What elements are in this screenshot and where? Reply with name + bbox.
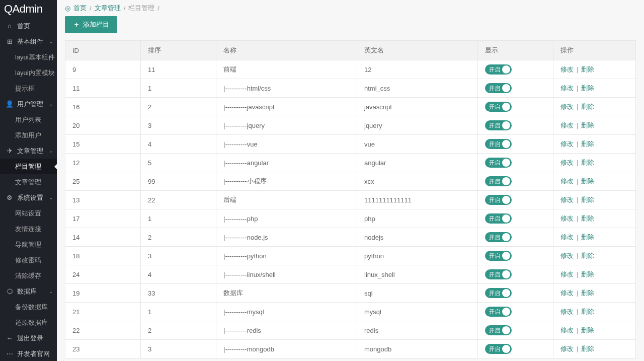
chevron-down-icon: ⌄ [49,101,53,107]
show-toggle[interactable]: 开启 [485,232,512,242]
switch-label: 开启 [489,234,500,241]
edit-link[interactable]: 修改 [560,140,574,148]
nav-home[interactable]: ⌂ 首页 [0,18,57,34]
nav-sub-clear-cache[interactable]: 清除缓存 [0,268,57,283]
nav-system[interactable]: ⚙ 系统设置 ⌄ [0,190,57,205]
cell-sort: 4 [141,265,216,284]
nav-logout[interactable]: ← 退出登录 [0,330,57,346]
delete-link[interactable]: 删除 [581,65,594,73]
nav-sub-nav-manage[interactable]: 导航管理 [0,237,57,252]
delete-link[interactable]: 删除 [581,196,594,203]
delete-link[interactable]: 删除 [581,177,594,185]
show-toggle[interactable]: 开启 [485,325,512,335]
delete-link[interactable]: 删除 [581,140,594,148]
show-toggle[interactable]: 开启 [485,307,512,317]
cell-op: 修改 | 删除 [553,191,636,209]
nav-sub-site-settings[interactable]: 网站设置 [0,205,57,221]
table-row: 11 1 |----------html/css html_css 开启 修改 … [65,79,636,98]
show-toggle[interactable]: 开启 [485,158,512,168]
nav-sub-db-restore[interactable]: 还原数据库 [0,315,57,330]
cell-op: 修改 | 删除 [553,135,636,154]
action-sep: | [577,308,578,315]
add-column-button[interactable]: ＋ 添加栏目 [65,16,117,33]
show-toggle[interactable]: 开启 [485,269,512,279]
edit-link[interactable]: 修改 [560,270,574,278]
switch-knob [502,289,510,297]
edit-link[interactable]: 修改 [560,84,574,92]
nav-sub-layui-builtin[interactable]: layui内置模块 [0,65,57,81]
nav-database[interactable]: ⬡ 数据库 ⌄ [0,283,57,299]
nav-article[interactable]: ✈ 文章管理 ⌄ [0,143,57,159]
show-toggle[interactable]: 开启 [485,195,512,205]
edit-link[interactable]: 修改 [560,196,574,203]
action-sep: | [577,326,578,334]
nav-sub-layui-basic[interactable]: layui基本组件 [0,49,57,65]
cell-op: 修改 | 删除 [553,60,636,79]
cell-id: 14 [65,228,141,247]
delete-link[interactable]: 删除 [581,326,594,334]
nav-sub-friend-links[interactable]: 友情连接 [0,221,57,237]
edit-link[interactable]: 修改 [560,214,574,222]
edit-link[interactable]: 修改 [560,252,574,259]
nav-sub-tips[interactable]: 提示框 [0,81,57,96]
breadcrumb-home[interactable]: 首页 [73,4,87,13]
delete-link[interactable]: 删除 [581,233,594,241]
cell-id: 25 [65,172,141,191]
cell-name: 后端 [216,191,357,209]
show-toggle[interactable]: 开启 [485,120,512,130]
breadcrumb-sep: / [124,5,126,12]
show-toggle[interactable]: 开启 [485,344,512,354]
chevron-down-icon: ⌄ [49,288,53,294]
edit-link[interactable]: 修改 [560,233,574,241]
switch-label: 开启 [489,327,500,334]
nav-sub-user-list[interactable]: 用户列表 [0,112,57,127]
nav-user[interactable]: 👤 用户管理 ⌄ [0,96,57,112]
nav-sub-change-password[interactable]: 修改密码 [0,252,57,268]
edit-link[interactable]: 修改 [560,308,574,315]
delete-link[interactable]: 删除 [581,214,594,222]
show-toggle[interactable]: 开启 [485,213,512,224]
delete-link[interactable]: 删除 [581,252,594,259]
edit-link[interactable]: 修改 [560,326,574,334]
edit-link[interactable]: 修改 [560,177,574,185]
edit-link[interactable]: 修改 [560,159,574,166]
switch-knob [502,308,510,316]
nav-developer[interactable]: ⋯ 开发者官网 [0,346,57,361]
edit-link[interactable]: 修改 [560,65,574,73]
edit-link[interactable]: 修改 [560,121,574,129]
home-icon: ⌂ [5,22,14,30]
delete-link[interactable]: 删除 [581,103,594,110]
delete-link[interactable]: 删除 [581,270,594,278]
delete-link[interactable]: 删除 [581,121,594,129]
cell-show: 开启 [478,79,553,98]
action-sep: | [577,177,578,185]
cell-show: 开启 [478,265,553,284]
show-toggle[interactable]: 开启 [485,176,512,186]
show-toggle[interactable]: 开启 [485,251,512,261]
cell-id: 12 [65,154,141,172]
nav-basic[interactable]: ⊞ 基本组件 ⌄ [0,34,57,49]
nav-sub-column-manage[interactable]: 栏目管理 [0,159,57,174]
show-toggle[interactable]: 开启 [485,102,512,112]
delete-link[interactable]: 删除 [581,289,594,297]
show-toggle[interactable]: 开启 [485,139,512,149]
delete-link[interactable]: 删除 [581,308,594,315]
breadcrumb-level1[interactable]: 文章管理 [95,4,121,13]
delete-link[interactable]: 删除 [581,159,594,166]
nav-sub-article-manage[interactable]: 文章管理 [0,174,57,190]
nav-sub-db-backup[interactable]: 备份数据库 [0,299,57,315]
nav-sub-user-add[interactable]: 添加用户 [0,127,57,143]
edit-link[interactable]: 修改 [560,345,574,352]
nav-label: 开发者官网 [17,349,57,358]
action-sep: | [577,196,578,203]
table-row: 9 11 前端 12 开启 修改 | 删除 [65,60,636,79]
edit-link[interactable]: 修改 [560,289,574,297]
show-toggle[interactable]: 开启 [485,83,512,93]
edit-link[interactable]: 修改 [560,103,574,110]
show-toggle[interactable]: 开启 [485,64,512,75]
delete-link[interactable]: 删除 [581,345,594,352]
show-toggle[interactable]: 开启 [485,288,512,298]
cell-op: 修改 | 删除 [553,284,636,303]
switch-knob [502,196,510,204]
delete-link[interactable]: 删除 [581,84,594,92]
